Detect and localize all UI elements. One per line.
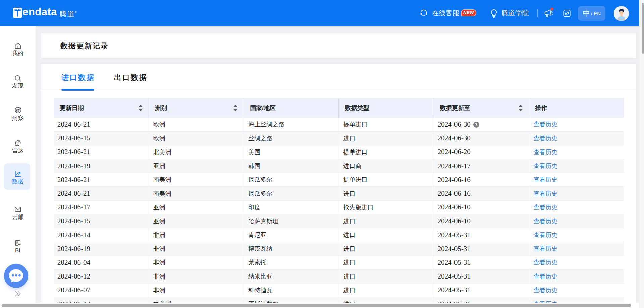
svg-text:BI: BI: [18, 243, 21, 246]
